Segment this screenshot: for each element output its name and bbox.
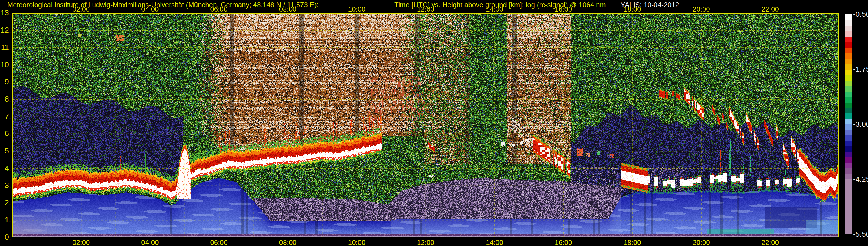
x-tick-label: 04:00 (136, 5, 164, 13)
y-tick-label: 1. (0, 215, 11, 224)
colorbar-segment (845, 26, 851, 31)
x-tick-label: 18:00 (619, 5, 646, 13)
colorbar-segment (845, 42, 851, 48)
colorbar-segment (845, 141, 851, 147)
x-tick-label: 16:00 (550, 5, 577, 13)
colorbar-segment (845, 20, 851, 26)
x-tick-label: 18:00 (619, 239, 646, 246)
y-tick-label: 12. (0, 26, 11, 35)
x-tick-label: 16:00 (550, 239, 577, 246)
colorbar-segment (845, 37, 851, 42)
colorbar-segment (845, 174, 851, 179)
colorbar-tick-label: -3.00 (853, 120, 868, 129)
colorbar-segment (845, 157, 851, 163)
x-tick-label: 02:00 (67, 239, 95, 246)
lidar-quicklook-page: Meteorological Institute of Ludwig-Maxim… (0, 0, 868, 246)
colorbar-segment (845, 92, 851, 97)
colorbar-tick-label: -1.75 (853, 65, 868, 74)
x-tick-label: 04:00 (136, 239, 164, 246)
x-tick-label: 14:00 (480, 5, 508, 13)
x-tick-label: 10:00 (343, 5, 371, 13)
lidar-heatmap (12, 13, 839, 237)
colorbar-segment (845, 64, 851, 70)
x-tick-label: 22:00 (756, 239, 784, 246)
x-tick-label: 20:00 (687, 239, 715, 246)
colorbar-segment (845, 130, 851, 135)
colorbar-segment (845, 81, 851, 86)
colorbar-segment (845, 103, 851, 108)
y-tick-label: 10. (0, 60, 11, 69)
x-tick-label: 06:00 (205, 239, 233, 246)
y-tick-label: 8. (0, 95, 11, 103)
colorbar-tick-label: -5.50 (853, 230, 868, 239)
colorbar-segment (845, 75, 851, 81)
colorbar-segment (845, 53, 851, 59)
colorbar-segment (845, 147, 851, 152)
y-tick-label: 13. (0, 8, 11, 18)
y-tick-label: 4. (0, 164, 11, 173)
colorbar-segment (845, 31, 851, 37)
y-tick-label: 11. (0, 43, 11, 52)
x-tick-label: 08:00 (274, 239, 302, 246)
y-tick-label: 6. (0, 129, 11, 138)
x-tick-label: 02:00 (67, 5, 95, 13)
colorbar-segment (845, 135, 851, 141)
colorbar-segment (845, 152, 851, 157)
colorbar-segment (845, 59, 851, 64)
x-tick-label: 06:00 (205, 5, 233, 13)
x-tick-label: 20:00 (687, 5, 715, 13)
x-tick-label: 12:00 (412, 5, 439, 13)
colorbar-segment (845, 179, 851, 235)
colorbar-segment (845, 168, 851, 174)
colorbar-segment (845, 70, 851, 75)
colorbar-segment (845, 48, 851, 53)
colorbar-segment (845, 108, 851, 114)
y-tick-label: 9. (0, 77, 11, 86)
colorbar-tick-label: -4.25 (853, 175, 868, 184)
x-tick-label: 10:00 (343, 239, 371, 246)
colorbar-segment (845, 14, 851, 20)
x-tick-label: 22:00 (756, 5, 784, 13)
x-tick-label: 14:00 (480, 239, 508, 246)
colorbar-segment (845, 124, 851, 130)
colorbar (845, 14, 851, 235)
colorbar-segment (845, 114, 851, 119)
y-tick-label: 0. (0, 233, 11, 242)
colorbar-tick-label: -0.50 (853, 10, 868, 19)
colorbar-segment (845, 163, 851, 168)
y-tick-label: 7. (0, 112, 11, 121)
x-tick-label: 12:00 (412, 239, 439, 246)
y-tick-label: 5. (0, 147, 11, 155)
x-tick-label: 08:00 (274, 5, 302, 13)
y-tick-label: 3. (0, 181, 11, 190)
colorbar-segment (845, 119, 851, 124)
colorbar-segment (845, 97, 851, 103)
y-tick-label: 2. (0, 198, 11, 207)
colorbar-segment (845, 86, 851, 92)
